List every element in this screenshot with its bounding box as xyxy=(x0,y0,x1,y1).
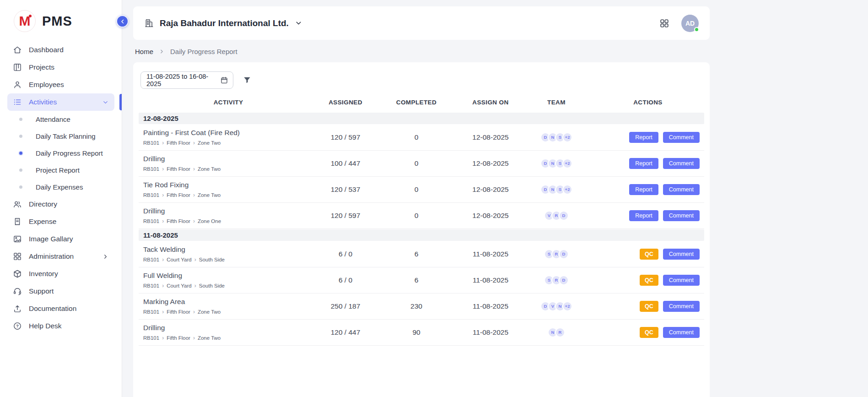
team-cell: SRD xyxy=(521,275,592,285)
chevron-right-icon xyxy=(159,49,165,54)
content-card: 11-08-2025 to 16-08-2025 ACTIVITYASSIGNE… xyxy=(133,62,710,397)
comment-button[interactable]: Comment xyxy=(663,184,700,195)
sidebar-nav: DashboardProjectsEmployeesActivitiesAtte… xyxy=(0,40,122,336)
completed-count: 0 xyxy=(373,159,460,168)
activity-name: Tie Rod Fixing xyxy=(143,181,318,189)
assign-on-date: 11-08-2025 xyxy=(460,276,521,284)
comment-button[interactable]: Comment xyxy=(663,132,700,143)
activity-name: Drilling xyxy=(143,155,318,163)
comment-button[interactable]: Comment xyxy=(663,158,700,169)
actions-cell: QCComment xyxy=(592,275,704,286)
sidebar-subitem-daily-progress-report[interactable]: Daily Progress Report xyxy=(18,145,114,162)
bullet-dot-icon xyxy=(19,169,22,172)
activity-path: RB101›Fifth Floor›Zone One xyxy=(143,218,318,224)
comment-button[interactable]: Comment xyxy=(663,275,700,286)
path-segment: South Side xyxy=(199,257,225,262)
sidebar-subitem-project-report[interactable]: Project Report xyxy=(18,162,114,179)
sidebar-item-documentation[interactable]: Documentation xyxy=(7,300,114,317)
activity-name: Full Welding xyxy=(143,272,318,280)
path-segment: RB101 xyxy=(143,140,159,146)
company-selector[interactable]: Raja Bahadur International Ltd. xyxy=(144,18,302,28)
comment-button[interactable]: Comment xyxy=(663,249,700,260)
completed-count: 6 xyxy=(373,250,460,258)
sidebar-item-label: Directory xyxy=(29,200,57,208)
sidebar-item-dashboard[interactable]: Dashboard xyxy=(7,41,114,59)
chevron-down-icon xyxy=(295,19,302,27)
table-row: DrillingRB101›Fifth Floor›Zone One120 / … xyxy=(139,203,704,229)
team-cell: DNS+2 xyxy=(521,158,592,169)
filter-icon[interactable] xyxy=(243,76,252,85)
activity-cell: DrillingRB101›Fifth Floor›Zone Two xyxy=(139,324,318,341)
actions-cell: ReportComment xyxy=(592,158,704,169)
sidebar-collapse-button[interactable] xyxy=(116,15,129,27)
column-header-completed: COMPLETED xyxy=(373,99,460,106)
sidebar-item-support[interactable]: Support xyxy=(7,283,114,300)
comment-button[interactable]: Comment xyxy=(663,210,700,221)
column-header-assign-on: ASSIGN ON xyxy=(460,99,521,106)
activity-name: Drilling xyxy=(143,207,318,215)
activity-cell: Painting - First Coat (Fire Red)RB101›Fi… xyxy=(139,129,318,146)
activity-path: RB101›Fifth Floor›Zone Two xyxy=(143,166,318,172)
sidebar-submenu: AttendanceDaily Task PlanningDaily Progr… xyxy=(7,111,114,196)
sidebar-item-label: Image Gallary xyxy=(29,235,73,243)
path-segment: Fifth Floor xyxy=(167,335,190,341)
path-segment: Zone Two xyxy=(198,166,221,172)
column-header-assigned: ASSIGNED xyxy=(318,99,373,106)
activity-cell: Marking AreaRB101›Fifth Floor›Zone Two xyxy=(139,298,318,315)
actions-cell: QCComment xyxy=(592,301,704,312)
sidebar-item-expense[interactable]: Expense xyxy=(7,213,114,230)
sidebar-subitem-daily-task-planning[interactable]: Daily Task Planning xyxy=(18,128,114,145)
comment-button[interactable]: Comment xyxy=(663,327,700,338)
apps-grid-button[interactable] xyxy=(659,18,669,28)
qc-button[interactable]: QC xyxy=(640,301,658,312)
path-segment: RB101 xyxy=(143,218,159,224)
chevron-right-icon xyxy=(102,253,109,260)
sidebar-item-administration[interactable]: Administration xyxy=(7,248,114,265)
building-icon xyxy=(144,18,154,28)
activity-name: Drilling xyxy=(143,324,318,332)
sidebar-subitem-daily-expenses[interactable]: Daily Expenses xyxy=(18,179,114,196)
bullet-dot-icon xyxy=(19,118,22,121)
sidebar-item-directory[interactable]: Directory xyxy=(7,196,114,213)
sidebar-item-projects[interactable]: Projects xyxy=(7,59,114,76)
report-button[interactable]: Report xyxy=(629,210,658,221)
path-segment: Fifth Floor xyxy=(167,166,190,172)
sidebar-item-inventory[interactable]: Inventory xyxy=(7,265,114,283)
breadcrumb-home[interactable]: Home xyxy=(135,48,153,55)
activity-cell: DrillingRB101›Fifth Floor›Zone Two xyxy=(139,155,318,172)
qc-button[interactable]: QC xyxy=(640,327,658,338)
user-avatar[interactable]: AD xyxy=(681,15,699,32)
report-button[interactable]: Report xyxy=(629,132,658,143)
qc-button[interactable]: QC xyxy=(640,249,658,260)
comment-button[interactable]: Comment xyxy=(663,301,700,312)
administration-icon xyxy=(13,252,22,261)
assign-on-date: 12-08-2025 xyxy=(460,159,521,168)
chevron-right-icon: › xyxy=(162,309,164,315)
team-more-badge: +2 xyxy=(562,132,572,142)
sidebar-item-activities[interactable]: Activities xyxy=(7,93,114,111)
sidebar-item-label: Expense xyxy=(29,218,56,226)
chevron-right-icon: › xyxy=(162,335,164,341)
sidebar-subitem-label: Daily Expenses xyxy=(36,183,83,191)
chevron-right-icon: › xyxy=(193,335,195,341)
assign-on-date: 12-08-2025 xyxy=(460,133,521,141)
sidebar-subitem-attendance[interactable]: Attendance xyxy=(18,111,114,128)
svg-text:?: ? xyxy=(16,324,19,328)
qc-button[interactable]: QC xyxy=(640,275,658,286)
report-button[interactable]: Report xyxy=(629,184,658,195)
sidebar-item-label: Dashboard xyxy=(29,46,64,54)
completed-count: 90 xyxy=(373,328,460,337)
activity-path: RB101›Fifth Floor›Zone Two xyxy=(143,140,318,146)
path-segment: Zone Two xyxy=(198,140,221,146)
sidebar-item-employees[interactable]: Employees xyxy=(7,76,114,93)
path-segment: Court Yard xyxy=(167,283,192,288)
bullet-dot-icon xyxy=(19,185,22,189)
path-segment: South Side xyxy=(199,283,225,288)
date-range-value: 11-08-2025 to 16-08-2025 xyxy=(146,73,220,87)
report-button[interactable]: Report xyxy=(629,158,658,169)
date-range-input[interactable]: 11-08-2025 to 16-08-2025 xyxy=(140,71,233,89)
sidebar-item-label: Support xyxy=(29,287,54,295)
sidebar-item-image-gallary[interactable]: Image Gallary xyxy=(7,230,114,248)
sidebar-item-help-desk[interactable]: ?Help Desk xyxy=(7,317,114,335)
chevron-right-icon: › xyxy=(194,283,196,288)
